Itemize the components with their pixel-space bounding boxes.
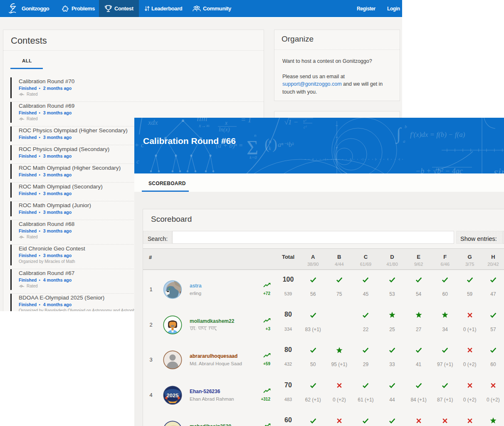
svg-text:2025: 2025 xyxy=(167,392,179,399)
svg-text:c: c xyxy=(136,158,139,165)
svg-text:b: b xyxy=(405,124,407,129)
svg-text:v²: v² xyxy=(303,119,306,123)
svg-text:): ) xyxy=(272,136,277,152)
svg-text:sin: sin xyxy=(494,166,504,173)
svg-text:x→∞: x→∞ xyxy=(198,123,210,129)
svg-text:∫: ∫ xyxy=(395,124,402,144)
svg-text:n: n xyxy=(254,133,257,138)
svg-text:x: x xyxy=(225,120,228,126)
svg-text:lim: lim xyxy=(197,118,208,123)
svg-text:k=0: k=0 xyxy=(250,155,257,160)
svg-text:−b + √b² − 4ac: −b + √b² − 4ac xyxy=(415,167,463,173)
svg-text:aⁿ⁻ᵏbᵏ: aⁿ⁻ᵏbᵏ xyxy=(278,141,294,148)
svg-text:ln(x): ln(x) xyxy=(219,126,230,133)
svg-text:n: n xyxy=(269,138,272,144)
svg-text:k: k xyxy=(269,145,271,151)
svg-text:= 1: = 1 xyxy=(241,118,252,124)
svg-text:a: a xyxy=(403,139,405,144)
svg-text:c²: c² xyxy=(304,125,307,129)
svg-text:1 −: 1 − xyxy=(288,118,298,126)
svg-text:xdx: xdx xyxy=(148,119,158,126)
svg-text:f′(x)dx = f(b) − f(a): f′(x)dx = f(b) − f(a) xyxy=(410,131,465,139)
